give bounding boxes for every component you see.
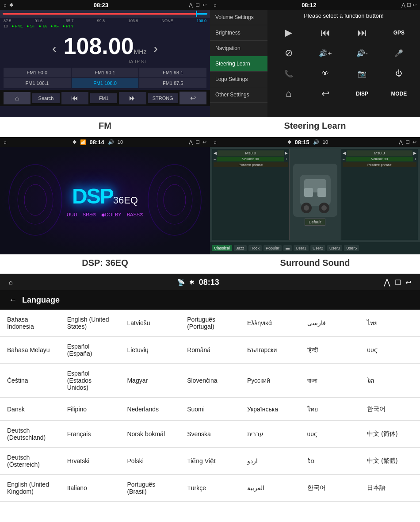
lang-cell-norwegian[interactable]: Norsk bokmål	[120, 424, 180, 444]
surround-fl-minus[interactable]: −	[214, 157, 216, 161]
surround-fr-prev[interactable]: ◀	[343, 151, 346, 155]
lang-cell-polish[interactable]: Polski	[120, 451, 180, 471]
surround-fl-next[interactable]: ▶	[285, 151, 288, 155]
fm-preset-2[interactable]: FM1 90.1	[72, 68, 139, 77]
fm-preset-4[interactable]: FM1 106.1	[4, 78, 71, 88]
lang-cell-croatian[interactable]: Hrvatski	[60, 451, 120, 471]
steering-gps-label[interactable]: GPS	[382, 24, 416, 41]
lang-cell-english-uk[interactable]: English (United Kingdom)	[0, 475, 60, 501]
lang-cell-russian[interactable]: Русский	[240, 371, 300, 390]
lang-cell-uu1[interactable]: υυϛ	[360, 340, 420, 360]
surround-tab-user5[interactable]: User5	[344, 245, 359, 251]
fm-next-button[interactable]: ›	[153, 42, 157, 56]
lang-cell-lao2[interactable]: ໄດ	[300, 451, 360, 471]
lang-cell-arabic[interactable]: العربية	[240, 478, 300, 498]
fm-preset-6[interactable]: FM1 87.5	[139, 78, 206, 88]
lang-cell-english-us[interactable]: English (United States)	[60, 310, 120, 336]
lang-cell-korean[interactable]: 한국어	[360, 399, 420, 419]
fm-home-button[interactable]: ⌂	[4, 92, 31, 104]
lang-cell-french[interactable]: Français	[60, 424, 120, 444]
lang-cell-czech[interactable]: Čeština	[0, 371, 60, 390]
fm-preset-1[interactable]: FM1 90.0	[4, 68, 71, 77]
steering-eye-icon[interactable]: 👁	[309, 65, 342, 82]
lang-cell-romanian[interactable]: Română	[180, 340, 240, 360]
fm-prev-track-button[interactable]: ⏮	[61, 92, 88, 104]
surround-tab-popular[interactable]: Popular	[263, 245, 282, 251]
fm-search-button[interactable]: Search	[32, 93, 59, 103]
steering-play-icon[interactable]: ▶	[272, 24, 305, 41]
lang-cell-thai2[interactable]: ไทย	[300, 398, 360, 420]
sidebar-item-volume[interactable]: Volume Settings	[210, 10, 267, 25]
fm-preset-5[interactable]: FM1 108.0	[72, 78, 139, 88]
lang-cell-ukrainian[interactable]: Українська	[240, 399, 300, 419]
lang-cell-slovenian[interactable]: Slovenčina	[180, 371, 240, 390]
sidebar-item-steering[interactable]: Steering Learn	[210, 56, 267, 72]
fm-back-button[interactable]: ↩	[179, 92, 206, 104]
lang-cell-bulgarian[interactable]: Български	[240, 340, 300, 360]
lang-cell-urdu[interactable]: اردو	[240, 451, 300, 471]
steering-voldown-icon[interactable]: 🔊-	[346, 45, 379, 61]
lang-cell-swedish[interactable]: Svenska	[180, 424, 240, 444]
lang-cell-chinese-simplified[interactable]: 中文 (简体)	[360, 424, 420, 444]
surround-tab-classical[interactable]: Classical	[212, 245, 232, 251]
fm-strong-button[interactable]: STRONG	[148, 93, 178, 103]
fm-fm1-button[interactable]: FM1	[90, 93, 117, 103]
lang-cell-thai[interactable]: ไทย	[360, 312, 420, 334]
steering-back2-icon[interactable]: ↩	[309, 85, 342, 102]
steering-home2-icon[interactable]: ⌂	[272, 85, 305, 102]
lang-cell-portuguese-pt[interactable]: Português (Portugal)	[180, 310, 240, 336]
lang-cell-lithuanian[interactable]: Lietuvių	[120, 340, 180, 360]
lang-back-button[interactable]: ←	[9, 296, 17, 305]
lang-cell-vietnamese[interactable]: Tiếng Việt	[180, 451, 240, 471]
steering-prev-icon[interactable]: ⏮	[309, 24, 342, 41]
lang-cell-hungarian[interactable]: Magyar	[120, 371, 180, 390]
steering-mode-label[interactable]: MODE	[382, 85, 416, 102]
surround-fr-next[interactable]: ▶	[413, 151, 416, 155]
lang-cell-japanese[interactable]: 日本語	[360, 478, 420, 498]
lang-cell-latviesu[interactable]: Latviešu	[120, 313, 180, 333]
lang-cell-bahasa-indonesia[interactable]: Bahasa Indonesia	[0, 310, 60, 336]
steering-mic-icon[interactable]: 🎤	[382, 45, 416, 61]
steering-disp-label[interactable]: DISP	[346, 85, 379, 102]
lang-cell-hindi[interactable]: हिन्दी	[300, 340, 360, 360]
lang-cell-dutch[interactable]: Nederlands	[120, 399, 180, 419]
lang-cell-farsi[interactable]: فارسی	[300, 313, 360, 333]
surround-fl-prev[interactable]: ◀	[214, 151, 217, 155]
surround-tab-user3[interactable]: User3	[327, 245, 342, 251]
lang-cell-chinese-traditional[interactable]: 中文 (繁體)	[360, 451, 420, 471]
steering-next-icon[interactable]: ⏭	[346, 24, 379, 41]
steering-mute-icon[interactable]: ⊘	[272, 45, 305, 61]
lang-cell-hebrew[interactable]: עברית	[240, 424, 300, 444]
sidebar-item-logo[interactable]: Logo Settings	[210, 72, 267, 87]
fm-frequency-bar[interactable]	[0, 10, 210, 18]
lang-cell-korean2[interactable]: 한국어	[300, 478, 360, 498]
lang-cell-spanish-us[interactable]: Español (Estados Unidos)	[60, 364, 120, 397]
sidebar-item-brightness[interactable]: Brightness	[210, 25, 267, 41]
fm-next-track-button[interactable]: ⏭	[119, 92, 146, 104]
lang-cell-italian[interactable]: Italiano	[60, 478, 120, 498]
lang-cell-lao[interactable]: ໄດ	[360, 371, 420, 390]
lang-cell-uu2[interactable]: υυϛ	[300, 424, 360, 444]
steering-volup-icon[interactable]: 🔊+	[309, 45, 342, 61]
lang-cell-turkish[interactable]: Türkçe	[180, 478, 240, 498]
lang-cell-finnish[interactable]: Suomi	[180, 399, 240, 419]
surround-fr-minus[interactable]: −	[343, 157, 345, 161]
lang-cell-bahasa-melayu[interactable]: Bahasa Melayu	[0, 340, 60, 360]
surround-tab-jazz[interactable]: Jazz	[234, 245, 247, 251]
lang-cell-filipino[interactable]: Filipino	[60, 399, 120, 419]
surround-fr-plus[interactable]: +	[414, 157, 416, 161]
sidebar-item-navigation[interactable]: Navigation	[210, 41, 267, 56]
sidebar-item-other[interactable]: Other Settings	[210, 87, 267, 103]
lang-cell-bengali[interactable]: বাংলা	[300, 371, 360, 391]
surround-fl-plus[interactable]: +	[285, 157, 287, 161]
lang-cell-portuguese-br[interactable]: Português (Brasil)	[120, 475, 180, 501]
steering-power-icon[interactable]: ⏻	[382, 65, 416, 82]
surround-tab-user1[interactable]: User1	[294, 245, 309, 251]
lang-cell-german-at[interactable]: Deutsch (Österreich)	[0, 448, 60, 474]
surround-tab-rock[interactable]: Rock	[248, 245, 262, 251]
lang-cell-spanish-es[interactable]: Español (España)	[60, 337, 120, 363]
surround-default-button[interactable]: Default	[305, 219, 325, 226]
fm-prev-button[interactable]: ‹	[52, 42, 56, 56]
steering-camera-icon[interactable]: 📷	[346, 65, 379, 82]
lang-cell-german-de[interactable]: Deutsch (Deutschland)	[0, 421, 60, 447]
